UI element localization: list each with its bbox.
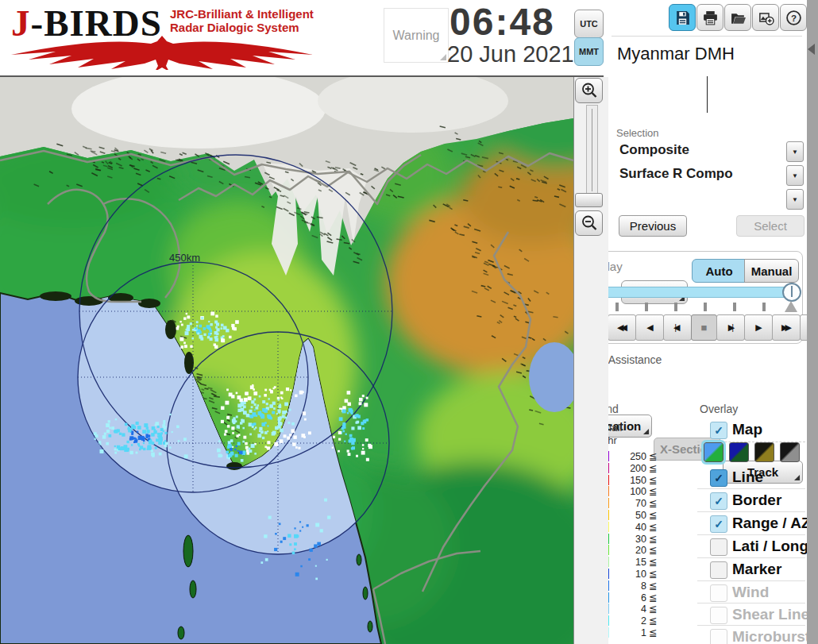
overlay-item-label: Microburst	[732, 628, 810, 644]
selection-label: Selection	[616, 127, 658, 139]
range-ring-label: 450km	[169, 252, 200, 264]
playback-controls: ◀◀◀◀◀◀|◀■▶|▶▶▶▶▶▶	[581, 314, 818, 339]
stop-button[interactable]: ■	[691, 314, 717, 341]
help-button[interactable]: ?	[780, 4, 807, 31]
warning-label: Warning	[393, 29, 440, 43]
play-reverse-button[interactable]: ◀	[635, 314, 664, 341]
overlay-item-wind[interactable]: Wind	[699, 584, 804, 603]
legend-value: 100	[612, 486, 646, 497]
overlay-item-shear-line[interactable]: Shear Line	[699, 606, 804, 625]
overlay-item-label: Marker	[732, 561, 781, 578]
legend-leq-symbol: ≦	[649, 603, 657, 615]
overlay-divider	[697, 488, 805, 489]
clock-time: 06:48	[450, 0, 555, 44]
overlay-item-label: Line	[732, 469, 763, 486]
capture-button[interactable]	[752, 4, 779, 31]
overlay-label: Overlay	[700, 403, 738, 415]
legend-value: 150	[612, 475, 646, 486]
rewind-fast-button[interactable]: ◀◀	[608, 314, 636, 341]
step-back-button[interactable]: |◀	[663, 314, 692, 341]
forward-fast-button[interactable]: ▶▶	[772, 314, 801, 341]
play-button[interactable]: ▶	[744, 314, 773, 341]
map-zoom-out-button[interactable]	[575, 210, 603, 236]
overlay-divider	[697, 557, 805, 558]
select-button[interactable]: Select	[736, 215, 804, 237]
radar-map-canvas[interactable]: 450km	[0, 77, 573, 644]
replay-mode-auto-button[interactable]: Auto	[692, 259, 747, 283]
legend-leq-symbol: ≦	[649, 521, 657, 533]
checkbox-unchecked[interactable]	[710, 561, 727, 579]
legend-value: 4	[612, 604, 646, 615]
checkbox-disabled[interactable]	[710, 607, 727, 624]
overlay-item-label: Wind	[732, 584, 769, 601]
chevron-down-icon[interactable]: ▼	[786, 189, 804, 210]
print-button[interactable]	[696, 4, 723, 31]
overlay-item-marker[interactable]: Marker	[699, 561, 804, 580]
dropdown-value: Composite	[619, 142, 689, 158]
legend-value: 15	[612, 557, 646, 568]
checkbox-disabled[interactable]	[710, 584, 727, 602]
replay-slider-handle[interactable]	[782, 283, 801, 302]
map-zoom-in-button[interactable]	[575, 78, 603, 103]
selection-dropdown-2[interactable]: Surface R Compo▼	[616, 165, 804, 185]
fold-corner-icon	[643, 429, 649, 434]
map-zoom-slider-handle[interactable]	[575, 193, 603, 207]
overlay-item-border[interactable]: ✓Border	[699, 492, 804, 511]
overlay-item-range-az[interactable]: ✓Range / AZ	[699, 515, 804, 534]
legend-value: 6	[612, 592, 646, 604]
legend-value: 250	[612, 451, 646, 462]
replay-slider-track[interactable]	[588, 287, 793, 298]
legend-value: 2	[612, 615, 646, 627]
overlay-divider	[697, 603, 805, 604]
overlay-divider	[697, 580, 805, 581]
timezone-utc-button[interactable]: UTC	[574, 10, 604, 38]
legend-leq-symbol: ≦	[649, 544, 657, 556]
save-button[interactable]	[669, 4, 696, 31]
panel-divider	[612, 36, 802, 37]
step-forward-button[interactable]: ▶|	[716, 314, 745, 341]
slider-tick	[733, 303, 736, 311]
slider-tick	[674, 303, 677, 311]
map-style-swatch-4[interactable]	[780, 442, 800, 462]
logo-tagline: JRC-Brilliant & Intelligent Radar Dialog…	[170, 7, 314, 34]
overlay-divider	[697, 511, 805, 512]
legend-leq-symbol: ≦	[649, 485, 657, 497]
open-icon	[730, 10, 747, 26]
checkbox-checked[interactable]: ✓	[710, 515, 727, 533]
timezone-mmt-button[interactable]: MMT	[574, 37, 604, 66]
selection-dropdown-1[interactable]: Composite▼	[616, 141, 804, 161]
map-style-swatch-1[interactable]	[704, 442, 723, 462]
replay-mode-manual-button[interactable]: Manual	[744, 259, 799, 283]
previous-button[interactable]: Previous	[619, 215, 687, 237]
legend-value: 40	[612, 522, 646, 533]
checkbox-checked[interactable]: ✓	[710, 422, 727, 439]
overlay-item-microburst[interactable]: Microburst	[699, 628, 804, 644]
map-style-swatch-2[interactable]	[729, 442, 749, 462]
checkbox-unchecked[interactable]	[710, 538, 727, 556]
warning-button[interactable]: Warning	[384, 8, 449, 63]
eagle-logo-graphic	[5, 35, 319, 71]
overlay-item-label: Shear Line	[732, 606, 809, 623]
overlay-item-map[interactable]: ✓Map	[699, 421, 804, 440]
chevron-down-icon[interactable]: ▼	[786, 165, 804, 186]
overlay-item-line[interactable]: ✓Line	[699, 469, 804, 488]
legend-leq-symbol: ≦	[649, 627, 657, 638]
map-zoom-slider-track[interactable]	[586, 105, 598, 195]
panel-collapse-strip[interactable]	[807, 0, 818, 644]
overlay-item-label: Lati / Long	[732, 538, 808, 555]
checkbox-checked[interactable]: ✓	[710, 492, 727, 510]
overlay-item-lati-long[interactable]: Lati / Long	[699, 538, 804, 557]
slider-tick	[615, 303, 619, 311]
overlay-divider	[697, 534, 805, 535]
legend-leq-symbol: ≦	[649, 568, 657, 580]
slider-tick	[762, 303, 766, 311]
checkbox-disabled[interactable]	[710, 629, 727, 644]
collapse-arrow-icon	[808, 44, 815, 55]
range-marker-right[interactable]	[785, 301, 797, 312]
checkbox-checked-active[interactable]: ✓	[710, 469, 727, 487]
chevron-down-icon[interactable]: ▼	[786, 141, 804, 162]
selection-dropdown-3[interactable]: ▼	[616, 189, 804, 209]
map-style-swatch-3[interactable]	[754, 442, 774, 462]
open-button[interactable]	[724, 4, 751, 31]
legend-leq-symbol: ≦	[649, 592, 657, 604]
